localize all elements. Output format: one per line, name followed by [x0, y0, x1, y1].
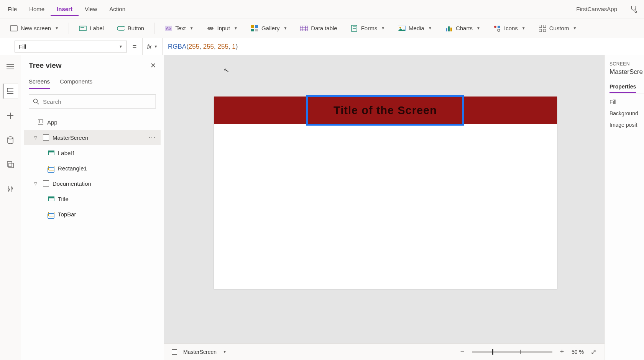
input-icon — [207, 25, 214, 32]
formula-input[interactable]: RGBA(255, 255, 255, 1) — [162, 38, 644, 55]
rail-treeview[interactable] — [3, 83, 18, 99]
rail-data[interactable] — [3, 133, 18, 148]
icons-label: Icons — [504, 25, 518, 31]
rail-tools[interactable] — [3, 182, 18, 197]
svg-rect-25 — [448, 26, 450, 31]
tree-node-label1[interactable]: Label1 — [24, 145, 161, 160]
fx-button[interactable]: fx ▼ — [142, 38, 162, 55]
chevron-down-icon: ▼ — [573, 26, 577, 30]
zoom-in-button[interactable]: + — [558, 348, 566, 356]
fx-icon: fx — [147, 43, 152, 50]
status-screen-name[interactable]: MasterScreen — [183, 349, 217, 355]
chevron-down-icon: ▼ — [522, 26, 526, 30]
svg-rect-33 — [543, 29, 546, 32]
svg-point-29 — [498, 29, 500, 31]
formula-bar: Fill ▼ = fx ▼ RGBA(255, 255, 255, 1) — [0, 38, 644, 55]
screen-icon — [43, 134, 49, 141]
tree-node-masterscreen[interactable]: ▽ MasterScreen ··· — [24, 130, 161, 145]
rail-insert[interactable] — [3, 108, 18, 123]
menu-view[interactable]: View — [79, 2, 103, 16]
app-name: FirstCanvasApp — [576, 6, 625, 12]
rectangle-icon — [48, 165, 55, 172]
charts-button[interactable]: Charts ▼ — [442, 22, 483, 34]
tree-node-documentation[interactable]: ▽ Documentation — [24, 176, 161, 191]
forms-button[interactable]: Forms ▼ — [347, 22, 388, 34]
menu-insert[interactable]: Insert — [51, 2, 79, 16]
svg-point-39 — [8, 137, 13, 139]
prop-background[interactable]: Background — [610, 105, 644, 116]
canvas-area: Title of the Screen ↖ MasterScreen ▼ − +… — [164, 55, 605, 360]
tree-node-rectangle1[interactable]: Rectangle1 — [24, 160, 161, 176]
input-button[interactable]: Input ▼ — [204, 22, 241, 34]
rail-hamburger[interactable] — [3, 59, 18, 74]
search-field[interactable] — [43, 98, 152, 105]
rail-media[interactable] — [3, 157, 18, 172]
menu-action[interactable]: Action — [103, 2, 131, 16]
svg-rect-1 — [10, 26, 17, 31]
menu-file[interactable]: File — [2, 2, 23, 16]
media-button[interactable]: Media ▼ — [395, 22, 435, 34]
tab-properties[interactable]: Properties — [610, 81, 636, 93]
button-button[interactable]: Button — [114, 22, 147, 34]
properties-panel: SCREEN MasterScre Properties Fill Backgr… — [605, 55, 644, 360]
chevron-down-icon: ▼ — [428, 26, 432, 30]
artboard-masterscreen[interactable]: Title of the Screen — [214, 97, 557, 289]
screen-icon — [43, 180, 49, 187]
zoom-slider[interactable] — [472, 351, 552, 353]
more-icon[interactable]: ··· — [149, 134, 159, 141]
prop-image-position[interactable]: Image posit — [610, 116, 644, 128]
svg-point-23 — [399, 27, 401, 28]
left-rail — [0, 55, 21, 360]
zoom-out-button[interactable]: − — [458, 348, 467, 356]
search-input[interactable] — [29, 95, 156, 108]
chevron-down-icon: ▼ — [381, 26, 385, 30]
chevron-down-icon[interactable]: ▽ — [34, 136, 39, 140]
icons-button[interactable]: Icons ▼ — [490, 22, 529, 34]
button-icon — [117, 25, 125, 32]
media-label: Media — [409, 25, 424, 31]
tree-node-app[interactable]: App — [24, 115, 161, 130]
tree-node-title[interactable]: Title — [24, 191, 161, 206]
diagnostics-icon[interactable] — [625, 5, 642, 13]
property-selector-value: Fill — [19, 43, 26, 50]
charts-icon — [445, 25, 453, 32]
menu-home[interactable]: Home — [23, 2, 51, 16]
datatable-icon — [300, 25, 308, 32]
label-icon — [79, 25, 87, 32]
close-icon[interactable]: ✕ — [150, 61, 156, 70]
prop-fill[interactable]: Fill — [610, 93, 644, 105]
tab-components[interactable]: Components — [60, 75, 92, 89]
chevron-down-icon[interactable]: ▼ — [223, 350, 227, 354]
tab-screens[interactable]: Screens — [29, 75, 50, 89]
tree-node-topbar[interactable]: TopBar — [24, 206, 161, 222]
label-button[interactable]: Label — [76, 22, 107, 34]
svg-rect-32 — [539, 29, 542, 32]
custom-button[interactable]: Custom ▼ — [536, 22, 580, 34]
new-screen-button[interactable]: New screen ▼ — [7, 22, 62, 34]
chevron-down-icon[interactable]: ▽ — [34, 182, 39, 186]
canvas-stage[interactable]: Title of the Screen ↖ — [164, 55, 605, 343]
formula-fn: RGBA — [168, 43, 186, 51]
chevron-down-icon: ▼ — [154, 44, 158, 49]
screen-icon — [171, 349, 178, 355]
context-name: MasterScre — [610, 68, 644, 76]
text-button[interactable]: Ab Text ▼ — [161, 22, 196, 34]
chevron-down-icon: ▼ — [55, 26, 59, 30]
datatable-label: Data table — [311, 25, 337, 31]
label-icon — [48, 195, 55, 202]
tree: App ▽ MasterScreen ··· Label1 Rectangle1… — [21, 114, 164, 223]
svg-point-0 — [635, 11, 637, 13]
datatable-button[interactable]: Data table — [297, 22, 340, 34]
svg-rect-13 — [255, 29, 258, 31]
svg-rect-40 — [7, 162, 12, 166]
icons-icon — [493, 25, 501, 32]
fullscreen-button[interactable]: ⤢ — [589, 348, 598, 356]
gallery-button[interactable]: Gallery ▼ — [248, 22, 290, 34]
gallery-icon — [251, 25, 258, 32]
gallery-label: Gallery — [261, 25, 280, 31]
zoom-value: 50 % — [572, 349, 584, 355]
svg-line-45 — [37, 103, 39, 104]
svg-rect-4 — [117, 26, 125, 30]
svg-rect-12 — [251, 29, 254, 31]
property-selector[interactable]: Fill ▼ — [15, 41, 127, 52]
